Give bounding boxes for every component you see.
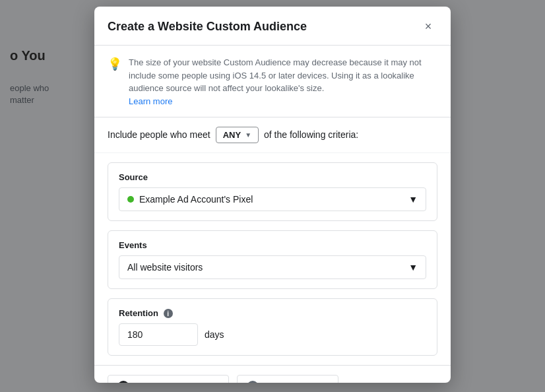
any-value: ANY [223,130,241,140]
retention-info-icon[interactable]: i [164,309,173,318]
action-buttons-row: + Include More People − Exclude People [94,365,451,383]
modal-header: Create a Website Custom Audience × [94,7,451,46]
modal-body: 💡 The size of your website Custom Audien… [94,46,451,383]
modal-container: Create a Website Custom Audience × 💡 The… [94,7,451,383]
events-chevron-icon: ▼ [408,262,418,273]
criteria-prefix: Include people who meet [108,129,210,140]
source-section: Source Example Ad Account's Pixel ▼ [108,162,437,221]
source-label: Source [119,172,426,182]
criteria-suffix: of the following criteria: [264,129,358,140]
minus-icon: − [247,381,259,383]
retention-unit: days [205,329,224,340]
lightbulb-icon: 💡 [108,57,122,71]
events-dropdown[interactable]: All website visitors ▼ [119,255,426,279]
close-button[interactable]: × [419,17,437,36]
retention-label: Retention i [119,308,426,319]
retention-row: days [119,323,426,346]
events-section: Events All website visitors ▼ [108,230,437,289]
pixel-status-dot [127,196,134,203]
source-dropdown[interactable]: Example Ad Account's Pixel ▼ [119,187,426,211]
plus-icon: + [117,381,129,383]
info-banner: 💡 The size of your website Custom Audien… [94,46,451,117]
any-chevron-icon: ▼ [245,131,251,139]
events-label: Events [119,240,426,250]
source-value: Example Ad Account's Pixel [139,194,253,205]
events-value: All website visitors [127,262,203,273]
info-text: The size of your website Custom Audience… [129,57,422,93]
modal-overlay: Create a Website Custom Audience × 💡 The… [0,0,545,392]
source-select-inner: Example Ad Account's Pixel [127,194,253,205]
exclude-people-label: Exclude People [264,381,328,383]
modal-title: Create a Website Custom Audience [108,20,307,34]
retention-section: Retention i days [108,298,437,356]
info-text-block: The size of your website Custom Audience… [129,56,437,106]
include-more-label: Include More People [135,381,219,383]
any-dropdown[interactable]: ANY ▼ [216,127,259,143]
learn-more-link[interactable]: Learn more [129,96,437,106]
include-more-button[interactable]: + Include More People [108,375,229,383]
retention-input[interactable] [119,323,198,346]
exclude-people-button[interactable]: − Exclude People [237,375,338,383]
source-chevron-icon: ▼ [408,194,418,205]
criteria-row: Include people who meet ANY ▼ of the fol… [94,117,451,153]
